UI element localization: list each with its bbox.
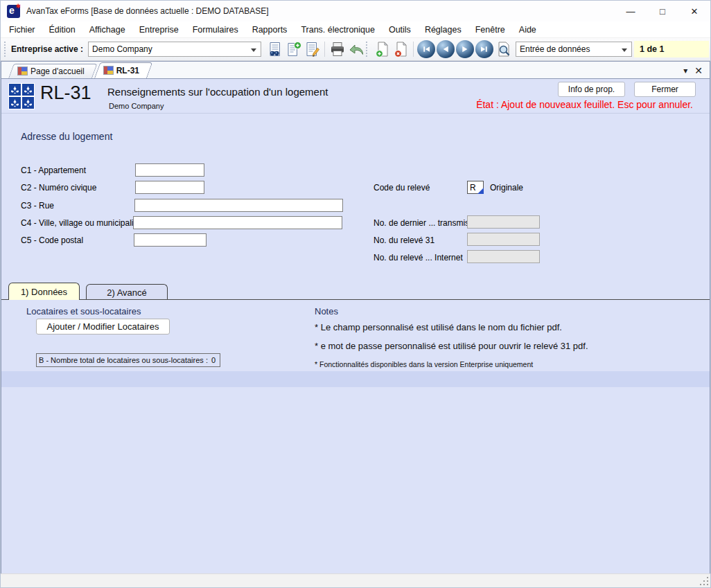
print-button[interactable] — [328, 40, 346, 58]
view-mode-select[interactable]: Entrée de données — [516, 42, 632, 57]
dernier-transmis-label: No. de dernier ... transmis — [374, 218, 469, 228]
undo-icon — [348, 41, 365, 57]
field-label-c1: C1 - Appartement — [21, 166, 86, 175]
code-corner-triangle-icon — [477, 188, 484, 194]
nav-first-icon — [419, 42, 433, 56]
tenant-count-value: 0 — [211, 356, 216, 364]
menu-fichier[interactable]: Fichier — [2, 22, 42, 37]
menu-outils[interactable]: Outils — [382, 22, 418, 37]
menu-formulaires[interactable]: Formulaires — [186, 22, 245, 37]
new-slip-icon — [374, 41, 391, 57]
app-window: e ✱ AvanTax eForms [Base de données actu… — [0, 0, 711, 588]
minimize-icon[interactable]: — — [615, 1, 647, 21]
tab-page-accueil[interactable]: Page d'accueil — [8, 64, 92, 78]
resize-grip-icon[interactable] — [707, 584, 708, 585]
find-company-button[interactable] — [265, 40, 284, 58]
tab-close-icon[interactable]: ✕ — [694, 66, 703, 75]
field-label-c4: C4 - Ville, village ou municipalité — [21, 218, 141, 228]
field-label-c3: C3 - Rue — [21, 201, 54, 211]
form-tab-icon — [18, 67, 27, 75]
new-company-button[interactable] — [284, 40, 303, 58]
menu-bar: Fichier Édition Affichage Entreprise For… — [1, 21, 710, 38]
nav-next-icon — [458, 42, 472, 56]
document-area: Page d'accueil RL-31 ▾ ✕ R — [1, 61, 710, 575]
preview-button[interactable] — [494, 40, 513, 58]
tenants-section-heading: Locataires et sous-locataires — [26, 306, 141, 317]
input-releve-internet — [467, 250, 540, 263]
new-slip-button[interactable] — [373, 40, 392, 58]
code-releve-text: Originale — [490, 183, 523, 193]
delete-slip-icon — [393, 41, 410, 57]
preview-icon — [495, 41, 512, 57]
maximize-icon[interactable]: □ — [647, 1, 678, 21]
input-releve31 — [467, 233, 540, 246]
nav-first-button[interactable] — [417, 40, 435, 58]
quebec-flag-icon — [8, 83, 35, 109]
nav-last-button[interactable] — [475, 40, 493, 58]
dropdown-arrow-icon[interactable] — [622, 48, 627, 52]
notes-section-heading: Notes — [315, 306, 338, 317]
add-modify-tenants-button[interactable]: Ajouter / Modifier Locataires — [36, 319, 170, 335]
tab-list-chevron-icon[interactable]: ▾ — [683, 66, 687, 75]
tenant-count-label: B - Nombre total de locataires ou sous-l… — [39, 356, 208, 364]
menu-rapports[interactable]: Rapports — [245, 22, 295, 37]
header-divider — [1, 113, 710, 114]
menu-fenetre[interactable]: Fenêtre — [468, 22, 512, 37]
menu-affichage[interactable]: Affichage — [82, 22, 132, 37]
subtab-divider — [1, 299, 710, 300]
tenant-count-box: B - Nombre total de locataires ou sous-l… — [36, 353, 220, 367]
menu-reglages[interactable]: Réglages — [418, 22, 468, 37]
title-bar: e ✱ AvanTax eForms [Base de données actu… — [1, 1, 710, 21]
undo-button[interactable] — [346, 40, 365, 58]
toolbar-grip[interactable] — [366, 42, 369, 57]
active-company-label: Entreprise active : — [11, 44, 83, 54]
note-item: * Fonctionnalités disponibles dans la ve… — [315, 360, 533, 368]
form-code-title: RL-31 — [40, 82, 91, 104]
tab-rl31[interactable]: RL-31 — [94, 62, 147, 78]
releve-internet-label: No. du relevé ... Internet — [374, 253, 463, 262]
toolbar-separator — [324, 42, 325, 57]
edit-company-button[interactable] — [303, 40, 322, 58]
subtab-avance[interactable]: 2) Avancé — [86, 284, 168, 300]
input-dernier-transmis — [467, 215, 540, 229]
nav-next-button[interactable] — [456, 40, 474, 58]
status-message: État : Ajout de nouveaux feuillet. Esc p… — [476, 99, 693, 110]
toolbar: Entreprise active : Demo Company — [1, 38, 710, 61]
close-icon[interactable]: ✕ — [678, 1, 710, 21]
menu-trans-electronique[interactable]: Trans. électronique — [294, 22, 382, 37]
info-prop-button[interactable]: Info de prop. — [558, 82, 625, 97]
record-counter: 1 de 1 — [634, 41, 709, 57]
window-title: AvanTax eForms [Base de données actuelle… — [26, 6, 269, 16]
company-select[interactable]: Demo Company — [88, 42, 261, 57]
print-icon — [329, 41, 346, 57]
document-tab-strip: Page d'accueil RL-31 ▾ ✕ — [1, 62, 710, 79]
input-c4-ville[interactable] — [133, 216, 342, 229]
dropdown-arrow-icon[interactable] — [251, 48, 256, 52]
delete-slip-button[interactable] — [392, 40, 410, 58]
status-bar — [1, 573, 710, 587]
form-tab-icon — [104, 66, 113, 74]
rl31-form: RL-31 Renseignements sur l'occupation d'… — [1, 80, 710, 574]
input-c1-appartement[interactable] — [135, 163, 204, 177]
app-logo-icon: e ✱ — [7, 5, 20, 18]
input-c2-numero-civique[interactable] — [135, 181, 204, 194]
field-label-c2: C2 - Numéro civique — [21, 183, 96, 193]
red-star-icon: ✱ — [15, 3, 21, 10]
fermer-button[interactable]: Fermer — [634, 82, 696, 97]
menu-aide[interactable]: Aide — [512, 22, 543, 37]
menu-edition[interactable]: Édition — [42, 22, 82, 37]
form-company-name: Demo Company — [109, 102, 164, 110]
nav-previous-button[interactable] — [437, 40, 455, 58]
input-c3-rue[interactable] — [134, 199, 343, 212]
view-mode-value: Entrée de données — [520, 44, 590, 54]
field-label-c5: C5 - Code postal — [21, 235, 83, 245]
subtab-donnees[interactable]: 1) Données — [8, 283, 80, 300]
toolbar-separator — [413, 42, 414, 57]
menu-entreprise[interactable]: Entreprise — [132, 22, 186, 37]
highlight-band — [1, 371, 710, 387]
window-controls: — □ ✕ — [615, 1, 710, 21]
edit-company-icon — [304, 41, 321, 57]
input-c5-code-postal[interactable] — [134, 233, 207, 247]
toolbar-grip[interactable] — [4, 42, 8, 57]
company-select-value: Demo Company — [92, 44, 152, 54]
